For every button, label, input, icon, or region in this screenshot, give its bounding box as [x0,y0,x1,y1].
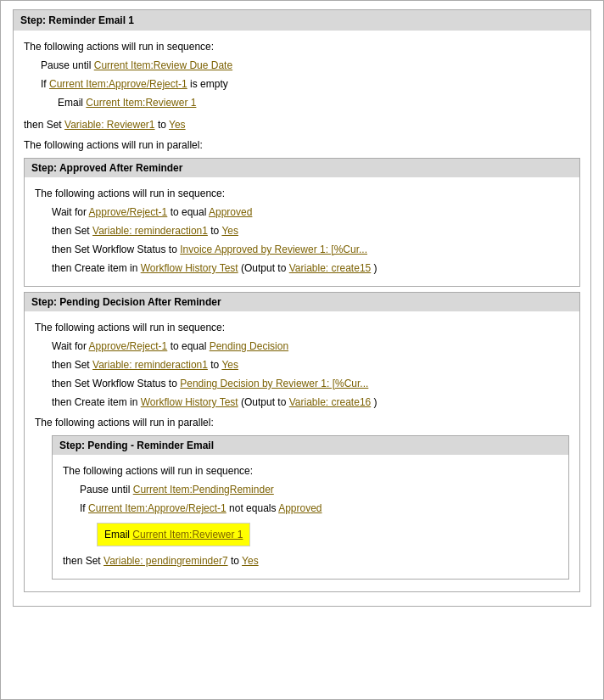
pdar-sequence-label: The following actions will run in sequen… [35,320,569,335]
pdar-yes-link[interactable]: Yes [221,359,238,371]
pre-pending-reminder-link[interactable]: Current Item:PendingReminder [133,484,274,496]
aar-approved-link[interactable]: Approved [209,206,252,218]
pdar-var1-link[interactable]: Variable: reminderaction1 [92,359,208,371]
aar-then-set1-line: then Set Variable: reminderaction1 to Ye… [52,223,569,238]
step-pending-decision-after-reminder: Step: Pending Decision After Reminder Th… [24,292,580,592]
approve-reject-link[interactable]: Current Item:Approve/Reject-1 [49,78,187,90]
pre-sequence-label: The following actions will run in sequen… [63,463,558,479]
pre-if-line: If Current Item:Approve/Reject-1 not equ… [80,501,558,516]
step-approved-after-reminder-header: Step: Approved After Reminder [25,159,579,177]
pre-pause-line: Pause until Current Item:PendingReminder [80,482,558,497]
aar-var1-link[interactable]: Variable: reminderaction1 [92,225,208,237]
pre-email-line: Email Current Item:Reviewer 1 [97,519,558,550]
pdar-create-line: then Create item in Workflow History Tes… [52,395,569,410]
step-pending-decision-after-reminder-header: Step: Pending Decision After Reminder [25,293,579,311]
step-approved-after-reminder-body: The following actions will run in sequen… [25,177,579,286]
pdar-then-set1-line: then Set Variable: reminderaction1 to Ye… [52,357,569,372]
review-due-date-link[interactable]: Current Item:Review Due Date [94,59,232,71]
pdar-status-link[interactable]: Pending Decision by Reviewer 1: [%Cur... [180,378,368,389]
aar-status-line: then Set Workflow Status to Invoice Appr… [52,242,569,257]
pause-until-line: Pause until Current Item:Review Due Date [41,58,580,73]
pdar-wait-line: Wait for Approve/Reject-1 to equal Pendi… [52,339,569,354]
main-container: Step: Reminder Email 1 The following act… [0,0,604,700]
pdar-parallel-label: The following actions will run in parall… [35,415,569,430]
aar-create15-link[interactable]: Variable: create15 [289,262,372,274]
aar-sequence-label: The following actions will run in sequen… [35,186,569,201]
yes-link[interactable]: Yes [169,119,186,131]
step-approved-after-reminder: Step: Approved After Reminder The follow… [24,158,580,287]
step-pending-reminder-email: Step: Pending - Reminder Email The follo… [52,435,569,580]
pre-reviewer1-link[interactable]: Current Item:Reviewer 1 [132,529,243,540]
aar-status-link[interactable]: Invoice Approved by Reviewer 1: [%Cur... [180,244,367,255]
email-line: Email Current Item:Reviewer 1 [58,95,580,110]
pre-approved-link[interactable]: Approved [278,502,322,514]
pdar-pending-link[interactable]: Pending Decision [210,340,288,352]
actions-parallel-label: The following actions will run in parall… [24,137,580,153]
pre-then-set-line: then Set Variable: pendingreminder7 to Y… [63,553,558,568]
aar-wh-test-link[interactable]: Workflow History Test [141,262,238,274]
pdar-create16-link[interactable]: Variable: create16 [289,396,372,408]
pdar-approve-reject-link[interactable]: Approve/Reject-1 [89,340,168,352]
pdar-status-line: then Set Workflow Status to Pending Deci… [52,376,569,391]
aar-yes-link[interactable]: Yes [221,225,238,237]
step-reminder-email-1-body: The following actions will run in sequen… [14,31,590,606]
aar-approve-reject-link[interactable]: Approve/Reject-1 [89,206,168,218]
step-pending-reminder-email-header: Step: Pending - Reminder Email [53,436,568,455]
then-set-line: then Set Variable: Reviewer1 to Yes [24,117,580,132]
step-pending-decision-after-reminder-body: The following actions will run in sequen… [25,311,579,591]
pre-yes-link[interactable]: Yes [242,555,259,567]
step-pending-reminder-email-body: The following actions will run in sequen… [53,455,568,579]
pre-var-link[interactable]: Variable: pendingreminder7 [103,555,228,567]
aar-create-line: then Create item in Workflow History Tes… [52,260,569,276]
pdar-wh-test-link[interactable]: Workflow History Test [141,396,238,408]
aar-wait-line: Wait for Approve/Reject-1 to equal Appro… [52,204,569,220]
step-reminder-email-1: Step: Reminder Email 1 The following act… [13,9,591,607]
pre-email-highlight: Email Current Item:Reviewer 1 [97,523,250,546]
step-reminder-email-1-header: Step: Reminder Email 1 [14,10,590,31]
pre-approve-reject-link[interactable]: Current Item:Approve/Reject-1 [88,502,226,514]
reviewer1-link[interactable]: Current Item:Reviewer 1 [86,97,196,109]
if-line: If Current Item:Approve/Reject-1 is empt… [41,76,580,92]
variable-reviewer1-link[interactable]: Variable: Reviewer1 [64,119,155,131]
actions-sequence-label: The following actions will run in sequen… [24,39,580,54]
